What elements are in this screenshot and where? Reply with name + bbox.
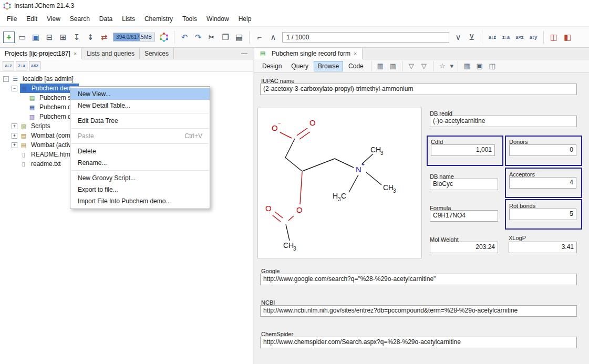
mol-weight-field[interactable]: 203.24 [430,242,498,253]
last-record-icon[interactable]: ⊻ [466,31,478,44]
memory-indicator[interactable]: 394.0/617.5MB [113,33,155,41]
menu-item-export-to-file[interactable]: Export to file... [70,184,210,195]
minimize-panel-icon[interactable]: — [236,48,253,59]
window-layout-icon[interactable]: ◫ [547,31,560,44]
close-icon[interactable]: × [74,50,77,57]
menu-view[interactable]: View [42,13,65,25]
sort-ascending-icon[interactable]: a↓z [486,31,499,44]
window-filter-icon[interactable]: ◧ [561,31,574,44]
previous-record-icon[interactable]: ∧ [267,31,280,44]
mode-browse[interactable]: Browse [314,61,343,71]
redo-icon[interactable]: ↷ [192,31,204,44]
layout-tile-icon[interactable]: ▣ [474,61,485,71]
clear-filter-icon[interactable]: ▽ [406,61,417,71]
new-item-icon[interactable]: + [3,32,15,43]
chemspider-field[interactable]: http://www.chemspider.com/Search.aspx?q=… [260,337,577,348]
tree-sort-ascending-icon[interactable]: a↓z [3,61,14,70]
acceptors-field[interactable]: 4 [509,177,576,189]
record-navigator-field[interactable]: 1 / 1000 [282,32,449,43]
menu-item-new-detail-table[interactable]: New Detail Table... [70,100,210,111]
memory-label: 394.0/617.5MB [113,33,154,41]
menu-chemistry[interactable]: Chemistry [140,13,178,25]
expand-icon[interactable]: + [12,133,17,139]
menu-item-paste[interactable]: Paste Ctrl+V [70,130,210,142]
tree-item-label: localdb [as admin] [21,75,75,83]
save-icon[interactable]: ▣ [29,31,42,44]
menu-item-new-view[interactable]: New View... [70,88,210,100]
db-regid-field[interactable]: (-)o-acetylcarnitine [430,116,577,127]
tab-pubchem-single-record-form[interactable]: ▤ Pubchem single record form × [254,48,363,59]
paste-icon[interactable]: ▤ [233,31,245,44]
mode-design[interactable]: Design [258,61,286,71]
structure-viewer[interactable]: O − O N + CH 3 CH 3 H 3 C O O CH [257,108,422,258]
expand-icon[interactable]: + [12,123,17,129]
dropdown-caret-icon[interactable]: ▾ [449,61,454,71]
mode-code[interactable]: Code [344,61,368,71]
menu-item-delete[interactable]: Delete [70,145,210,157]
toolbar-separator [402,61,402,71]
first-record-icon[interactable]: ⌐ [253,31,266,44]
atom-ch3-bottom-sub: 3 [293,246,296,252]
close-icon[interactable]: × [354,50,357,57]
grid-view-icon[interactable]: ▦ [461,61,473,71]
data-tree-icon: ▦ [20,85,28,92]
menu-item-label: Rename... [78,159,107,167]
clear-sort-icon[interactable]: a×z [513,31,526,44]
sort-descending-icon[interactable]: z↓a [500,31,512,44]
menu-help[interactable]: Help [234,13,256,25]
tab-services[interactable]: Services [140,48,174,59]
next-record-icon[interactable]: ∨ [452,31,464,44]
undo-icon[interactable]: ↶ [178,31,191,44]
widget-settings-icon[interactable]: ▥ [387,61,399,71]
document-tab-label: Pubchem single record form [272,50,350,57]
collapse-icon[interactable]: − [3,76,9,82]
print-preview-icon[interactable]: ⊞ [57,31,69,44]
refresh-icon[interactable]: ⇄ [98,31,110,44]
menu-item-rename[interactable]: Rename... [70,157,210,169]
toolbar-separator [249,31,250,44]
menu-file[interactable]: File [2,13,22,25]
import-icon[interactable]: ↧ [70,31,83,44]
cdid-field[interactable]: 1,001 [431,144,495,156]
marvin-sketch-icon[interactable] [158,31,170,44]
custom-sort-icon[interactable]: a↕y [527,31,540,44]
cut-icon[interactable]: ✂ [205,31,218,44]
favorites-icon[interactable]: ☆ [437,61,448,71]
iupac-name-field[interactable]: (2-acetoxy-3-carboxylato-propyl)-trimeth… [260,84,577,95]
form-mode-toolbar: Design Query Browse Code ▦ ▥ ▽ ▽ ☆ ▾ ▦ ▣… [254,59,589,73]
tree-clear-sort-icon[interactable]: a×z [29,61,40,70]
context-menu: New View... New Detail Table... Edit Dat… [70,86,210,209]
ncbi-field[interactable]: http://www.ncbi.nlm.nih.gov/sites/entrez… [260,305,577,317]
google-field[interactable]: http://www.google.com/search?q="%28-%29o… [260,274,577,285]
menu-search[interactable]: Search [65,13,95,25]
menu-item-import-file[interactable]: Import File Into Pubchem demo... [70,195,210,207]
collapse-icon[interactable]: − [12,86,17,91]
tab-projects[interactable]: Projects [ijc-project187] × [0,48,82,59]
xlogp-field[interactable]: 3.41 [509,242,577,253]
add-widget-icon[interactable]: ▦ [375,61,386,71]
formula-field[interactable]: C9H17NO4 [430,210,498,222]
db-name-field[interactable]: BioCyc [430,179,498,190]
main-toolbar: + ▭ ▣ ⊟ ⊞ ↧ ⇟ ⇄ 394.0/617.5MB ↶ ↷ ✂ ❐ ▤ … [0,27,589,48]
tree-sort-descending-icon[interactable]: z↓a [16,61,27,70]
layout-split-icon[interactable]: ◫ [487,61,498,71]
mode-query[interactable]: Query [287,61,313,71]
new-form-icon[interactable]: ▭ [16,31,28,44]
menu-window[interactable]: Window [202,13,234,25]
menu-data[interactable]: Data [95,13,117,25]
menu-item-edit-data-tree[interactable]: Edit Data Tree [70,115,210,127]
menu-edit[interactable]: Edit [22,13,42,25]
expand-icon[interactable]: + [12,142,17,148]
rot-bonds-field[interactable]: 5 [509,209,576,220]
atom-o-acetyl: O [265,204,272,213]
menu-tools[interactable]: Tools [178,13,202,25]
menu-lists[interactable]: Lists [117,13,140,25]
donors-field[interactable]: 0 [509,144,576,156]
filter-icon[interactable]: ▽ [418,61,430,71]
tab-lists-and-queries[interactable]: Lists and queries [82,48,140,59]
export-icon[interactable]: ⇟ [84,31,97,44]
menu-item-new-groovy-script[interactable]: New Groovy Script... [70,172,210,184]
copy-icon[interactable]: ❐ [219,31,232,44]
tree-item-localdb[interactable]: − ☰ localdb [as admin] [0,74,253,84]
print-icon[interactable]: ⊟ [43,31,56,44]
